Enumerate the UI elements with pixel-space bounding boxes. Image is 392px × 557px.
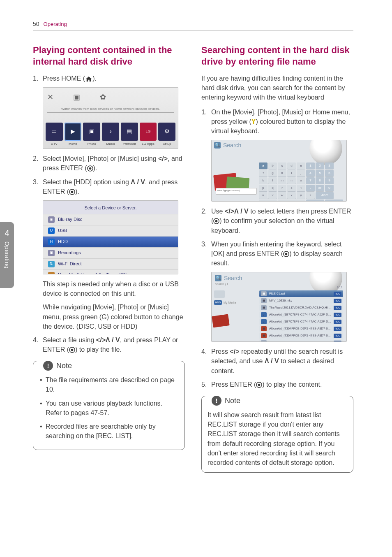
nav-up-down-icon: Λ / V — [131, 179, 145, 186]
left-heading: Playing content contained in the interna… — [33, 44, 185, 68]
right-step-2: Use </>Λ / V to select letters then pres… — [201, 207, 353, 235]
home-menu-tiles: ▭DTV ▶Movie ▣Photo ♪Music ▤Premium LGLG … — [46, 123, 175, 146]
left-para-a: This step is needed only when a disc or … — [33, 279, 185, 298]
left-step-2: Select [Movie], [Photo] or [Music] using… — [33, 154, 185, 173]
right-step-1: On the [Movie], [Photo], [Music] or Home… — [201, 107, 353, 136]
enter-icon — [283, 251, 289, 257]
enter-icon — [213, 218, 219, 224]
svg-point-9 — [285, 253, 288, 255]
content-columns: Playing content contained in the interna… — [33, 44, 359, 473]
note-item: The file requirements are described on p… — [39, 375, 179, 394]
svg-point-3 — [71, 190, 74, 193]
screenshot-virtual-keyboard: 🔍Search www.3gpppctv.com~| abcde123 fghi… — [211, 140, 347, 202]
right-column: Searching content in the hard disk drive… — [201, 44, 353, 473]
left-para-b: While navigating [Movie], [Photo] or [Mu… — [33, 302, 185, 331]
note-icon: ! — [212, 396, 221, 406]
nav-up-down-icon: Λ / V — [265, 357, 279, 364]
note-item: Recorded files are searchable only by se… — [39, 422, 179, 441]
right-step-5: Press ENTER () to play the content. — [201, 380, 353, 389]
virtual-keyboard: abcde123 fghij456 klmno789 pqrst.@0 uvwx… — [259, 162, 343, 202]
enter-icon — [69, 189, 75, 195]
nav-left-right-icon: </> — [158, 155, 168, 162]
right-heading: Searching content in the hard disk drive… — [201, 44, 353, 68]
left-steps: Press HOME (). — [33, 74, 185, 83]
enter-icon — [69, 347, 75, 353]
chapter-side-tab: 4 Operating — [0, 222, 14, 288]
note-item: You can use various playback functions. … — [39, 399, 179, 418]
note-title: ! Note — [42, 360, 76, 371]
enter-icon — [87, 165, 93, 172]
note-icon: ! — [43, 361, 53, 371]
page-number: 50 — [33, 20, 39, 28]
left-step-4: Select a file using </>Λ / V, and press … — [33, 335, 185, 354]
right-intro: If you are having difficulties finding c… — [201, 74, 353, 102]
svg-point-11 — [258, 384, 261, 386]
search-icon: 🔍 — [214, 142, 221, 149]
svg-point-1 — [89, 167, 91, 170]
search-icon: 🔍 — [215, 275, 221, 281]
left-step-3: Select the [HDD] option using Λ / V, and… — [33, 177, 185, 196]
page-header: 50 Operating — [33, 20, 353, 30]
decorative-cup — [301, 140, 346, 165]
enter-icon — [256, 382, 262, 388]
screenshot-device-list: Select a Device or Server. ◉Blu-ray Disc… — [43, 200, 178, 274]
right-steps: On the [Movie], [Photo], [Music] or Home… — [201, 107, 353, 136]
right-note-box: ! Note It will show search result from l… — [201, 396, 353, 473]
note-title: ! Note — [210, 395, 244, 406]
right-step-3: When you finish entering the keyword, se… — [201, 239, 353, 268]
yellow-y: Y — [251, 118, 256, 125]
home-icon — [85, 76, 92, 82]
note-text: It will show search result from latest l… — [208, 410, 347, 467]
left-step-1: Press HOME (). — [33, 74, 185, 83]
screenshot-home-menu: ✕▣✿ Watch movies from local devices or h… — [43, 87, 178, 149]
svg-point-7 — [215, 220, 218, 223]
left-column: Playing content contained in the interna… — [33, 44, 185, 473]
screenshot-search-results: 🔍Search Search ) 1 HDDMy Media 1/17 ▣FIL… — [211, 272, 347, 342]
left-note-box: ! Note The file requirements are describ… — [33, 361, 185, 450]
nav-left-right-icon: </> — [230, 348, 239, 355]
svg-point-5 — [71, 349, 74, 351]
section-name: Operating — [44, 21, 67, 28]
nav-all-icon: </>Λ / V — [96, 337, 120, 343]
chapter-label: Operating — [3, 241, 11, 269]
nav-all-icon: </>Λ / V — [225, 208, 249, 215]
chapter-number: 4 — [5, 227, 9, 239]
right-step-4: Press </> repeatedly until the search re… — [201, 347, 353, 376]
